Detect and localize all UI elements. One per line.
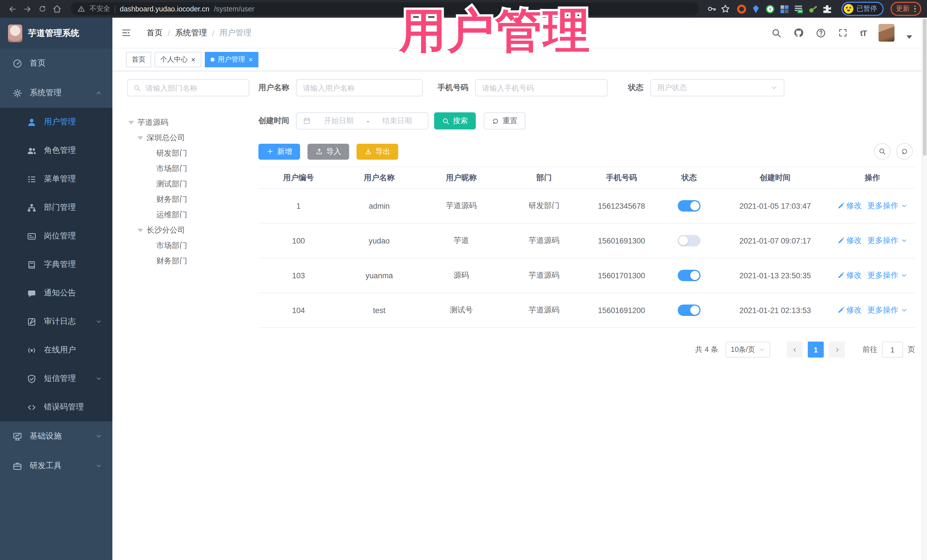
column-header-用户名称: 用户名称 [339,167,420,188]
tree-node-财务部门[interactable]: 财务部门 [127,191,249,207]
tree-node-市场部门[interactable]: 市场部门 [127,161,249,176]
sidebar-item-角色管理[interactable]: 角色管理 [0,136,112,165]
tree-node-测试部门[interactable]: 测试部门 [127,176,249,191]
username-field[interactable] [296,79,423,96]
tab-个人中心[interactable]: 个人中心× [155,52,201,67]
tree-expand-caret-icon[interactable] [137,136,143,140]
browser-profile-chip[interactable]: 已暂停 [841,2,883,16]
sidebar-item-通知公告[interactable]: 通知公告 [0,279,112,307]
sidebar-item-基础设施[interactable]: 基础设施 [0,422,112,451]
tree-node-运维部门[interactable]: 运维部门 [127,207,249,222]
sidebar-item-字典管理[interactable]: 字典管理 [0,250,112,279]
bookmark-star-icon[interactable] [719,3,732,15]
sidebar-item-首页[interactable]: 首页 [0,49,112,78]
status-select[interactable]: 用户状态 [650,79,784,96]
sidebar-item-用户管理[interactable]: 用户管理 [0,108,112,136]
sidebar-item-在线用户[interactable]: 在线用户 [0,336,112,364]
date-range-picker[interactable]: 开始日期 - 结束日期 [296,112,429,129]
sidebar-toggle-icon[interactable] [121,28,132,38]
edit-link[interactable]: 修改 [837,305,862,316]
mobile-input[interactable] [482,83,601,92]
next-page-button[interactable] [829,341,845,358]
browser-back-button[interactable] [6,2,20,16]
orange-ring-extension-icon[interactable] [736,4,746,14]
edit-link[interactable]: 修改 [837,201,862,211]
start-date-placeholder[interactable]: 开始日期 [314,116,363,126]
header-search-icon[interactable] [771,28,781,38]
breadcrumb-home[interactable]: 首页 [147,28,163,38]
tab-close-icon[interactable]: × [248,56,253,63]
tree-node-长沙分公司[interactable]: 长沙分公司 [127,222,249,238]
user-avatar[interactable] [878,24,895,42]
cell-mobile: 15601701300 [585,258,658,293]
password-key-icon[interactable] [705,3,718,15]
puzzle-extension-icon[interactable] [822,4,832,14]
dictionary-icon [27,260,36,269]
browser-menu-kebab-icon[interactable] [914,6,916,12]
green-y-extension-icon[interactable]: Y [765,4,775,14]
mobile-field[interactable] [475,79,608,96]
browser-home-button[interactable] [50,2,64,16]
github-icon[interactable] [793,28,804,38]
sidebar-item-系统管理[interactable]: 系统管理 [0,78,112,108]
tree-node-财务部门[interactable]: 财务部门 [127,253,249,269]
list-on-extension-icon[interactable]: on [793,4,804,14]
blue-gem-extension-icon[interactable] [751,4,761,14]
status-toggle[interactable] [678,270,701,281]
scrollbar-thumb[interactable] [923,19,926,156]
sidebar-item-研发工具[interactable]: 研发工具 [0,451,112,481]
sidebar-item-短信管理[interactable]: 短信管理 [0,364,112,393]
fullscreen-icon[interactable] [838,28,848,38]
help-icon[interactable] [816,28,826,38]
tree-node-芋道源码[interactable]: 芋道源码 [127,115,249,130]
prev-page-button[interactable] [787,341,802,358]
address-bar[interactable]: 不安全 dashboard.yudao.iocoder.cn/system/us… [71,2,699,15]
tree-node-研发部门[interactable]: 研发部门 [127,146,249,161]
sidebar-item-岗位管理[interactable]: 岗位管理 [0,222,112,250]
status-toggle[interactable] [678,235,701,246]
search-button[interactable]: 搜索 [434,112,476,129]
sidebar-item-审计日志[interactable]: 审计日志 [0,307,112,336]
tree-expand-caret-icon[interactable] [128,121,134,124]
edit-link[interactable]: 修改 [837,270,862,281]
avatar-caret-down-icon[interactable] [906,35,912,38]
edit-link[interactable]: 修改 [837,235,862,246]
more-actions-link[interactable]: 更多操作 [868,270,907,281]
add-button[interactable]: 新增 [258,143,300,159]
end-date-placeholder[interactable]: 结束日期 [372,116,422,126]
tab-首页[interactable]: 首页 [126,52,151,67]
app-logo[interactable]: 芋道管理系统 [0,18,112,49]
browser-update-button[interactable]: 更新 [890,2,921,16]
tree-expand-caret-icon[interactable] [137,228,143,232]
browser-forward-button[interactable] [21,2,34,16]
current-page-button[interactable]: 1 [808,341,824,358]
sidebar-item-错误码管理[interactable]: 错误码管理 [0,393,112,422]
breadcrumb-system[interactable]: 系统管理 [175,28,207,38]
export-button[interactable]: 导出 [357,143,398,159]
window-scrollbar[interactable] [922,18,927,560]
username-input[interactable] [303,83,416,92]
more-actions-link[interactable]: 更多操作 [868,235,907,246]
import-button[interactable]: 导入 [307,143,349,159]
department-search[interactable] [127,79,249,96]
status-toggle[interactable] [678,200,701,212]
reset-button[interactable]: 重置 [484,112,526,129]
tree-node-市场部门[interactable]: 市场部门 [127,238,249,253]
green-key-extension-icon[interactable] [807,4,818,14]
status-toggle[interactable] [678,305,701,316]
show-search-toggle-button[interactable] [874,143,891,160]
department-search-input[interactable] [146,83,243,92]
grid-extension-icon[interactable] [779,4,789,14]
refresh-table-button[interactable] [896,143,913,160]
tree-node-深圳总公司[interactable]: 深圳总公司 [127,130,249,146]
more-actions-link[interactable]: 更多操作 [868,305,907,316]
page-size-select[interactable]: 10条/页 [726,341,770,358]
tab-用户管理[interactable]: 用户管理× [205,52,258,67]
browser-reload-button[interactable] [35,2,49,16]
sidebar-item-菜单管理[interactable]: 菜单管理 [0,165,112,193]
goto-page-input[interactable] [882,341,903,358]
sidebar-item-部门管理[interactable]: 部门管理 [0,193,112,222]
tab-close-icon[interactable]: × [191,56,195,63]
more-actions-link[interactable]: 更多操作 [868,201,907,211]
font-size-icon[interactable]: tT [860,28,866,37]
